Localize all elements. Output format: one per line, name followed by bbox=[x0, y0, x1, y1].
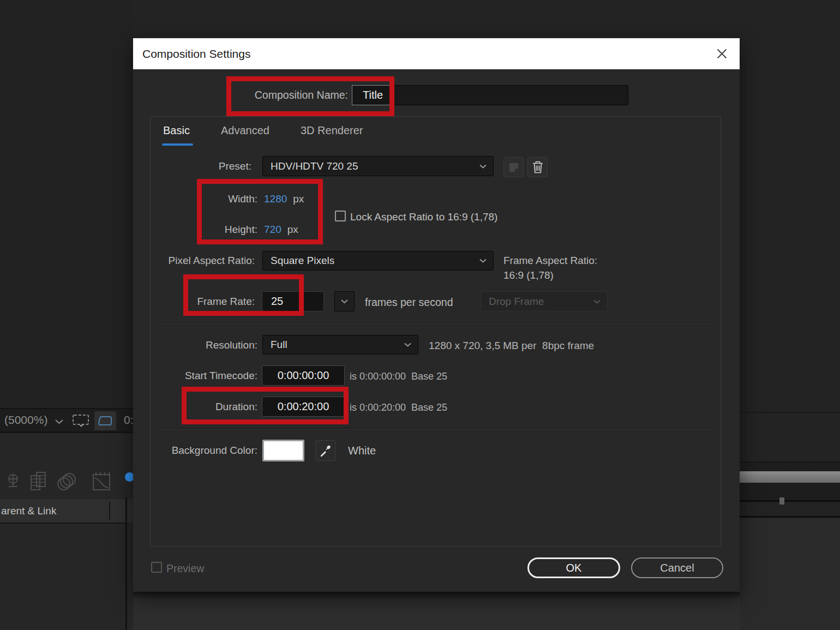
resolution-label: Resolution: bbox=[151, 339, 257, 351]
parent-link-column-header: arent & Link bbox=[0, 499, 126, 523]
drop-frame-value: Drop Frame bbox=[489, 296, 544, 308]
close-icon[interactable] bbox=[716, 47, 728, 60]
composition-name-value-box[interactable]: Title bbox=[352, 85, 394, 105]
region-of-interest-icon bbox=[98, 415, 113, 427]
tab-basic[interactable]: Basic bbox=[163, 124, 190, 137]
trash-icon bbox=[532, 160, 544, 174]
lock-aspect-label: Lock Aspect Ratio to 16:9 (1,78) bbox=[350, 211, 497, 223]
grid-options-button[interactable] bbox=[70, 412, 93, 430]
frame-rate-dropdown-button[interactable] bbox=[334, 291, 355, 311]
delete-preset-button[interactable] bbox=[527, 157, 548, 177]
chevron-down-icon bbox=[404, 343, 412, 347]
divider-handle[interactable] bbox=[779, 497, 784, 505]
lock-aspect-checkbox[interactable] bbox=[335, 211, 346, 221]
magnification-dropdown[interactable]: (5000%) bbox=[4, 413, 47, 427]
resolution-value: Full bbox=[271, 339, 287, 351]
ok-button[interactable]: OK bbox=[527, 557, 620, 578]
background-color-label: Background Color: bbox=[151, 445, 257, 457]
ok-label: OK bbox=[566, 562, 582, 574]
frame-rate-value: 25 bbox=[271, 295, 283, 308]
composition-settings-dialog: Composition Settings Composition Name: T… bbox=[133, 38, 740, 592]
save-preset-button[interactable] bbox=[503, 157, 524, 177]
settings-group-box: Basic Advanced 3D Renderer Preset: HDV/H… bbox=[150, 116, 721, 547]
graph-editor-icon[interactable] bbox=[91, 470, 112, 493]
start-timecode-label: Start Timecode: bbox=[151, 370, 257, 382]
start-timecode-value: 0:00:00:00 bbox=[278, 369, 329, 382]
chevron-down-icon bbox=[479, 164, 487, 169]
composition-panel-bg bbox=[0, 0, 133, 408]
width-unit: px bbox=[293, 193, 304, 205]
pixel-aspect-ratio-value: Square Pixels bbox=[271, 255, 334, 267]
start-timecode-input[interactable]: 0:00:00:00 bbox=[262, 365, 345, 386]
column-divider[interactable] bbox=[109, 502, 110, 520]
chevron-down-icon[interactable] bbox=[55, 419, 64, 424]
frame-rate-input[interactable]: 25 bbox=[262, 291, 324, 311]
resolution-dropdown[interactable]: Full bbox=[262, 335, 418, 355]
parent-link-label: arent & Link bbox=[0, 505, 56, 517]
composition-name-input[interactable]: Title bbox=[352, 85, 628, 105]
background-color-swatch[interactable] bbox=[262, 440, 304, 461]
chevron-down-icon bbox=[593, 299, 601, 304]
preview-checkbox[interactable] bbox=[151, 562, 162, 573]
panel-edge-strip bbox=[127, 499, 133, 523]
dialog-titlebar: Composition Settings bbox=[133, 38, 740, 69]
width-label: Width: bbox=[151, 193, 257, 205]
region-of-interest-button[interactable] bbox=[94, 411, 117, 431]
height-label: Height: bbox=[151, 224, 257, 236]
width-value-row[interactable]: 1280 px bbox=[264, 193, 304, 205]
resolution-info: 1280 x 720, 3,5 MB per 8bpc frame bbox=[429, 340, 594, 352]
eyedropper-icon bbox=[319, 443, 333, 458]
dialog-drop-shadow bbox=[133, 592, 740, 599]
pixel-aspect-ratio-dropdown[interactable]: Square Pixels bbox=[262, 251, 494, 271]
height-unit: px bbox=[287, 224, 298, 236]
start-timecode-info: is 0:00:00:00 Base 25 bbox=[350, 371, 447, 382]
duration-input[interactable]: 0:00:20:00 bbox=[262, 397, 345, 417]
horizontal-scrollbar[interactable] bbox=[740, 471, 840, 483]
right-bottom-panel bbox=[740, 518, 840, 630]
save-preset-icon bbox=[508, 161, 520, 173]
section-divider bbox=[159, 428, 715, 429]
dialog-title: Composition Settings bbox=[142, 47, 250, 61]
right-panel-divider bbox=[740, 412, 840, 413]
frame-aspect-ratio-value: 16:9 (1,78) bbox=[503, 269, 554, 281]
composition-name-value: Title bbox=[363, 89, 383, 101]
duration-label: Duration: bbox=[151, 401, 257, 413]
timecode-fragment: 0: bbox=[124, 413, 134, 427]
preset-dropdown[interactable]: HDV/HDTV 720 25 bbox=[262, 156, 494, 176]
height-value[interactable]: 720 bbox=[264, 224, 281, 236]
frame-aspect-ratio-label: Frame Aspect Ratio: bbox=[503, 255, 597, 267]
frames-per-second-label: frames per second bbox=[365, 296, 453, 309]
width-value[interactable]: 1280 bbox=[264, 193, 287, 205]
pixel-aspect-ratio-label: Pixel Aspect Ratio: bbox=[151, 255, 255, 267]
timeline-rows-bg bbox=[0, 523, 125, 630]
section-divider bbox=[159, 322, 715, 323]
tab-advanced[interactable]: Advanced bbox=[221, 124, 269, 137]
background-color-name: White bbox=[348, 445, 376, 457]
right-panel-dark-band bbox=[740, 483, 840, 501]
composition-panel-toolbar: (5000%) 0: bbox=[0, 408, 133, 431]
chevron-down-icon bbox=[479, 259, 487, 263]
transfer-controls-icon[interactable] bbox=[4, 472, 22, 492]
right-panel-band bbox=[740, 461, 840, 471]
grid-options-icon bbox=[70, 412, 93, 430]
preview-label: Preview bbox=[166, 562, 204, 575]
tab-3d-renderer[interactable]: 3D Renderer bbox=[301, 124, 363, 137]
motion-blur-icon[interactable] bbox=[56, 472, 77, 492]
eyedropper-button[interactable] bbox=[315, 440, 336, 461]
preset-label: Preset: bbox=[151, 160, 251, 172]
timeline-rows-bg-right bbox=[127, 523, 133, 630]
right-panel-line bbox=[740, 500, 840, 502]
duration-value: 0:00:20:00 bbox=[278, 400, 329, 413]
frame-blending-icon[interactable] bbox=[29, 470, 49, 493]
cancel-label: Cancel bbox=[660, 562, 694, 574]
after-effects-workspace: (5000%) 0: arent & Link bbox=[0, 0, 840, 630]
drop-frame-dropdown: Drop Frame bbox=[481, 291, 608, 311]
composition-name-label: Composition Name: bbox=[133, 89, 348, 101]
active-tab-underline bbox=[162, 143, 193, 146]
height-value-row[interactable]: 720 px bbox=[264, 224, 298, 236]
cancel-button[interactable]: Cancel bbox=[631, 557, 723, 578]
duration-info: is 0:00:20:00 Base 25 bbox=[350, 402, 447, 413]
preset-value: HDV/HDTV 720 25 bbox=[271, 160, 358, 172]
chevron-down-icon bbox=[340, 299, 349, 304]
frame-rate-label: Frame Rate: bbox=[151, 296, 255, 308]
